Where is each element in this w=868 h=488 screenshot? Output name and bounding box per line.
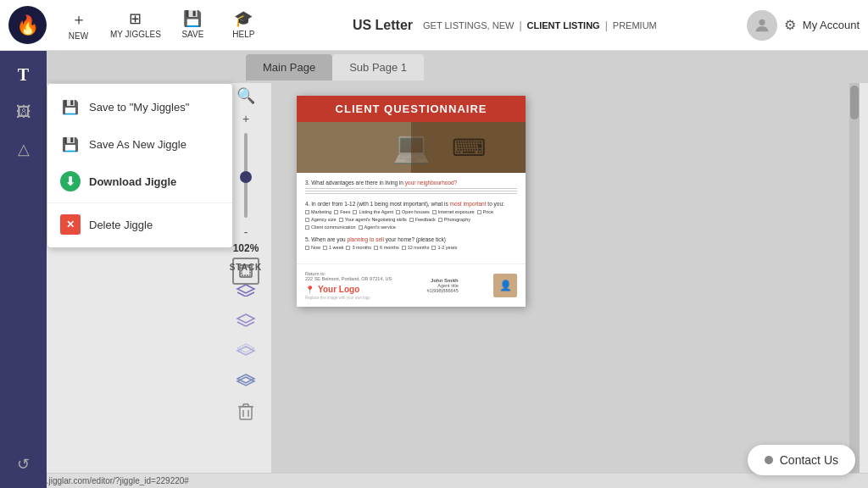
stack-trash[interactable]: [233, 399, 259, 424]
doc-return-address: Return to: 222 SE Belmont, Portland, OR …: [305, 271, 392, 281]
sidebar-item-shapes[interactable]: △: [8, 134, 39, 164]
toolbar-help-button[interactable]: 🎓 HELP: [225, 9, 263, 41]
stack-layer-3[interactable]: [233, 338, 259, 363]
zoom-minus-button[interactable]: -: [244, 225, 248, 239]
toolbar: ＋ NEW ⊞ MY JIGGLES 💾 SAVE 🎓 HELP: [59, 9, 263, 41]
nav-client-listing[interactable]: CLIENT LISTING: [527, 20, 600, 30]
tab-sub-page-1[interactable]: Sub Page 1: [332, 54, 424, 80]
question5-text: 5. When are you planning to sell your ho…: [305, 236, 517, 242]
svg-marker-3: [237, 285, 254, 293]
toolbar-myjiggles-button[interactable]: ⊞ MY JIGGLES: [110, 9, 161, 41]
sidebar-item-image[interactable]: 🖼: [8, 97, 39, 127]
stack-label: STACK: [230, 263, 263, 272]
save-new-label: Save As New Jiggle: [89, 138, 186, 151]
stack-layer-4[interactable]: [233, 369, 259, 394]
account-label[interactable]: My Account: [803, 19, 860, 31]
scrollbar-thumb[interactable]: [850, 86, 859, 119]
doc-question-5: 5. When are you planning to sell your ho…: [305, 236, 517, 250]
zoom-icon[interactable]: 🔍: [233, 83, 259, 108]
svg-point-0: [759, 19, 765, 25]
question3-text: 3. What advantages are there in living i…: [305, 180, 517, 186]
stack-panel: STACK: [229, 263, 263, 424]
doc-question-4: 4. In order from 1-12 (with 1 being most…: [305, 201, 517, 230]
svg-marker-10: [237, 347, 254, 355]
cb-listing: Listing the Agent: [353, 209, 393, 214]
menu-save-jiggles[interactable]: 💾 Save to "My Jiggles": [47, 88, 232, 125]
cb-6months: 6 months: [374, 245, 399, 250]
logo-flame: 🔥: [16, 14, 39, 36]
replace-text: Replace this image with your own logo: [305, 296, 392, 300]
cb-negotiating: Your agent's Negotiating skills: [339, 217, 407, 222]
location-icon: 📍: [305, 286, 314, 294]
tabs-bar: Main Page Sub Page 1: [0, 51, 868, 83]
gear-icon[interactable]: ⚙: [784, 17, 796, 33]
agent-avatar-icon: 👤: [499, 280, 512, 291]
stack-layer-1[interactable]: [233, 277, 259, 302]
doc-logo-text: Your Logo: [318, 285, 359, 294]
agent-photo: 👤: [493, 274, 517, 297]
new-icon: ＋: [71, 9, 86, 30]
toolbar-save-button[interactable]: 💾 SAVE: [174, 9, 212, 41]
sidebar-item-undo[interactable]: ↺: [8, 449, 39, 480]
checkbox-row: Marketing Fees Listing the Agent Open ho…: [305, 209, 517, 230]
download-label: Download Jiggle: [89, 175, 176, 188]
tab-main-page[interactable]: Main Page: [246, 54, 332, 80]
doc-question-3: 3. What advantages are there in living i…: [305, 180, 517, 194]
toolbar-new-label: NEW: [69, 31, 88, 41]
dropdown-menu: 💾 Save to "My Jiggles" 💾 Save As New Jig…: [47, 83, 233, 248]
doc-agent-info: John Smith Agent title #1(998)886645: [426, 278, 458, 293]
cb-1week: 1 week: [323, 245, 343, 250]
zoom-slider-track[interactable]: [244, 133, 248, 218]
download-icon: ⬇: [60, 171, 81, 191]
image-icon: 🖼: [16, 103, 31, 121]
sidebar-item-text[interactable]: T: [8, 59, 39, 90]
shapes-icon: △: [18, 140, 30, 158]
stack-layer-2[interactable]: [233, 308, 259, 333]
logo[interactable]: 🔥: [8, 6, 47, 44]
left-sidebar: T 🖼 △ ↺: [0, 51, 47, 488]
doc-header: CLIENT QUESTIONNAIRE: [297, 96, 526, 122]
doc-logo-area: Return to: 222 SE Belmont, Portland, OR …: [305, 271, 392, 300]
nav-premium[interactable]: PREMIUM: [613, 20, 657, 30]
account-area: ⚙ My Account: [747, 10, 860, 41]
svg-marker-11: [237, 344, 254, 352]
cb-price: Price: [477, 209, 494, 214]
agent-phone: #1(998)886645: [426, 288, 458, 293]
cb-service: Agent's service: [359, 225, 396, 230]
cb-12months: 12 months: [402, 245, 430, 250]
avatar[interactable]: [747, 10, 777, 41]
toolbar-save-label: SAVE: [181, 30, 203, 39]
scrollbar-right[interactable]: [849, 83, 860, 480]
title-nav-area: US Letter GET LISTINGS, NEW | CLIENT LIS…: [263, 18, 747, 33]
doc-line-3: [305, 193, 517, 194]
menu-download[interactable]: ⬇ Download Jiggle: [47, 163, 232, 200]
cb-communication: Client communication: [305, 225, 356, 230]
nav-get-listings[interactable]: GET LISTINGS, NEW: [423, 20, 514, 30]
question4-label: 4. In order from 1-12 (with 1 being most…: [305, 201, 448, 207]
status-bar: https://app.jigglar.com/editor/?jiggle_i…: [0, 473, 868, 488]
help-icon: 🎓: [234, 9, 253, 28]
contact-us-button[interactable]: Contact Us: [748, 445, 855, 475]
zoom-plus-button[interactable]: +: [242, 112, 249, 125]
menu-divider: [47, 202, 232, 203]
cb-feedback: Feedback: [409, 217, 436, 222]
zoom-percent: 102%: [233, 242, 259, 254]
cb-internet: Internet exposure: [432, 209, 475, 214]
svg-marker-13: [237, 374, 254, 383]
doc-line-2: [305, 191, 517, 191]
doc-title: US Letter: [353, 18, 413, 33]
zoom-slider-thumb[interactable]: [240, 171, 252, 183]
question4-highlight: most important: [450, 201, 487, 207]
cb-3months: 3 months: [346, 245, 371, 250]
toolbar-new-button[interactable]: ＋ NEW: [59, 9, 97, 41]
canvas-area: CLIENT QUESTIONNAIRE 💻 ⌨ 3. What advanta…: [271, 83, 860, 480]
svg-marker-6: [237, 314, 254, 323]
save-jiggles-icon: 💾: [60, 97, 81, 117]
address-text: 222 SE Belmont, Portland, OR 97214, US: [305, 276, 392, 281]
myjiggles-icon: ⊞: [129, 9, 142, 28]
menu-delete[interactable]: ✕ Delete Jiggle: [47, 206, 232, 243]
zoom-slider-container: [244, 129, 248, 222]
menu-save-new[interactable]: 💾 Save As New Jiggle: [47, 125, 232, 163]
cb-agency: Agency size: [305, 217, 337, 222]
delete-label: Delete Jiggle: [89, 219, 153, 231]
